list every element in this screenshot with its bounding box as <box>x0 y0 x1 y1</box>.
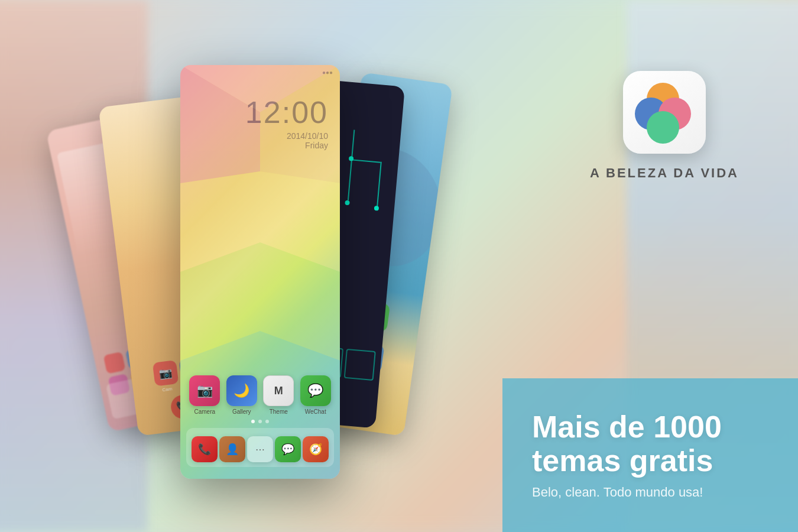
app-name: A BELEZA DA VIDA <box>590 166 739 181</box>
promo-headline: Mais de 1000 temas gratis <box>532 410 768 478</box>
theme-label: Theme <box>270 408 288 415</box>
dot-2 <box>258 420 262 423</box>
dock-contacts: 👤 <box>219 436 245 462</box>
promo-subline: Belo, clean. Todo mundo usa! <box>532 485 768 500</box>
dock-messages: 💬 <box>275 436 301 462</box>
page-dots <box>186 420 334 423</box>
wechat-label: WeChat <box>305 408 326 415</box>
main-app-icon <box>623 71 706 154</box>
app-theme: M Theme <box>263 375 294 415</box>
dock-container: 📞 👤 ⋯ 💬 🧭 <box>186 428 334 467</box>
circles-icon <box>635 83 694 142</box>
gallery-icon: 🌙 <box>226 375 257 406</box>
dock-phone: 📞 <box>192 436 218 462</box>
dock-apps: ⋯ <box>247 436 273 462</box>
theme-icon: M <box>263 375 294 406</box>
dock-row: 📞 👤 ⋯ 💬 🧭 <box>191 436 329 462</box>
phone-center: ●●● 12:00 2014/10/10 Friday 📷 Camera 🌙 <box>180 65 340 479</box>
app-gallery: 🌙 Gallery <box>226 375 257 415</box>
right-panel: A BELEZA DA VIDA Mais de 1000 temas grat… <box>502 0 798 532</box>
camera-icon: 📷 <box>189 375 220 406</box>
phone-stack: 📷 📷 Cam 🌙 Gal 📞 <box>83 47 426 508</box>
wechat-icon: 💬 <box>300 375 331 406</box>
circle-green <box>647 111 679 144</box>
dot-3 <box>265 420 269 423</box>
apps-row-main: 📷 Camera 🌙 Gallery M Theme <box>186 375 334 415</box>
center-apps-area: 📷 Camera 🌙 Gallery M Theme <box>180 369 340 479</box>
promo-line2: temas gratis <box>532 444 768 478</box>
dock-compass: 🧭 <box>303 436 329 462</box>
camera-label: Camera <box>194 408 215 415</box>
gallery-label: Gallery <box>232 408 251 415</box>
app-wechat: 💬 WeChat <box>300 375 331 415</box>
app-icon-section: A BELEZA DA VIDA <box>590 71 739 181</box>
promo-line1: Mais de 1000 <box>532 410 768 444</box>
app-camera: 📷 Camera <box>189 375 220 415</box>
bottom-info-box: Mais de 1000 temas gratis Belo, clean. T… <box>502 378 798 532</box>
dot-1 <box>251 420 255 423</box>
